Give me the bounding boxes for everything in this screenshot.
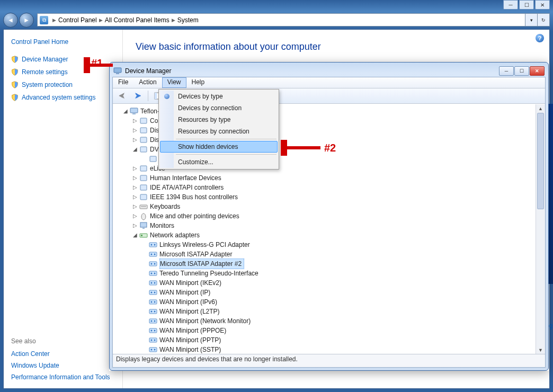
- shield-icon: [11, 81, 19, 89]
- tree-node[interactable]: Teredo Tunneling Pseudo-Interface: [116, 269, 536, 278]
- svg-point-23: [141, 213, 146, 220]
- svg-point-35: [151, 263, 153, 265]
- breadcrumb-dropdown-button[interactable]: ▾: [525, 13, 538, 26]
- nic-icon: [149, 307, 157, 316]
- tree-expander-icon[interactable]: ▷: [132, 192, 138, 202]
- device-manager-link[interactable]: Device Manager: [11, 55, 117, 64]
- tree-expander-icon[interactable]: ◢: [132, 145, 138, 154]
- see-also-windows-update[interactable]: Windows Update: [11, 362, 117, 369]
- dm-close-button[interactable]: ✕: [530, 66, 545, 76]
- svg-rect-31: [149, 252, 157, 256]
- tree-expander-icon[interactable]: ◢: [132, 230, 138, 240]
- scroll-up-arrow-icon[interactable]: ▲: [536, 104, 545, 112]
- nic-icon: [149, 269, 157, 278]
- tree-node-label: WAN Miniport (IPv6): [159, 297, 217, 307]
- sidebar-link-label: Device Manager: [22, 56, 68, 63]
- dm-minimize-button[interactable]: ─: [499, 66, 514, 76]
- tree-expander-icon[interactable]: ▷: [132, 221, 138, 230]
- menu-view[interactable]: View: [162, 77, 186, 88]
- breadcrumb-item[interactable]: System: [177, 16, 199, 24]
- tree-node[interactable]: ▷Mice and other pointing devices: [116, 211, 536, 221]
- tree-node[interactable]: WAN Miniport (PPTP): [116, 335, 536, 345]
- dm-title-text: Device Manager: [125, 67, 499, 75]
- svg-rect-13: [140, 128, 147, 133]
- tree-node[interactable]: ▷Monitors: [116, 221, 536, 230]
- svg-rect-34: [149, 262, 157, 266]
- tree-expander-icon[interactable]: ▷: [132, 164, 138, 173]
- outer-maximize-button[interactable]: ☐: [519, 0, 534, 10]
- breadcrumb-item[interactable]: All Control Panel Items: [105, 16, 170, 24]
- sidebar-link-label: Remote settings: [22, 68, 68, 76]
- tree-expander-icon[interactable]: ▷: [132, 202, 138, 211]
- see-also-action-center[interactable]: Action Center: [11, 350, 117, 358]
- tree-node[interactable]: WAN Miniport (PPPOE): [116, 326, 536, 335]
- tree-node[interactable]: Microsoft ISATAP Adapter #2: [116, 259, 536, 269]
- svg-rect-24: [140, 222, 147, 227]
- tree-node[interactable]: ▷Human Interface Devices: [116, 173, 536, 183]
- dvd-icon: [139, 145, 148, 154]
- shield-icon: [11, 68, 19, 76]
- dropdown-item-label: Devices by type: [178, 93, 223, 100]
- dm-maximize-button[interactable]: ☐: [514, 66, 529, 76]
- view-menu-item[interactable]: Show hidden devices: [160, 141, 278, 153]
- scroll-down-arrow-icon[interactable]: ▼: [536, 346, 545, 354]
- system-protection-link[interactable]: System protection: [11, 81, 117, 89]
- tree-node-label: WAN Miniport (L2TP): [159, 307, 220, 316]
- scroll-thumb[interactable]: [537, 113, 544, 209]
- advanced-system-settings-link[interactable]: Advanced system settings: [11, 93, 117, 102]
- outer-minimize-button[interactable]: ─: [503, 0, 518, 10]
- svg-point-57: [154, 330, 156, 332]
- tree-expander-icon[interactable]: ▷: [132, 211, 138, 221]
- view-menu-item[interactable]: Customize...: [160, 156, 278, 168]
- tree-node-label: Microsoft ISATAP Adapter: [159, 250, 232, 259]
- svg-rect-58: [149, 338, 157, 342]
- tree-node[interactable]: ▷Keyboards: [116, 202, 536, 211]
- nav-back-button[interactable]: ◄: [3, 13, 18, 28]
- breadcrumb-separator-icon: ▶: [172, 17, 175, 23]
- tree-expander-icon[interactable]: ▷: [132, 135, 138, 145]
- tree-node[interactable]: ▷IDE ATA/ATAPI controllers: [116, 183, 536, 192]
- tree-expander-icon[interactable]: ▷: [132, 173, 138, 183]
- svg-point-50: [151, 311, 153, 313]
- tree-node[interactable]: WAN Miniport (L2TP): [116, 307, 536, 316]
- svg-point-62: [151, 349, 153, 351]
- menu-file[interactable]: File: [113, 77, 133, 88]
- breadcrumb-bar[interactable]: ⧉ ▶ Control Panel ▶ All Control Panel It…: [37, 13, 525, 26]
- tree-expander-icon[interactable]: ◢: [122, 106, 129, 116]
- tree-expander-icon[interactable]: ▷: [132, 126, 138, 135]
- toolbar-forward-button[interactable]: ⮞: [131, 90, 145, 102]
- tree-scrollbar[interactable]: ▲ ▼: [536, 104, 545, 354]
- menu-action[interactable]: Action: [133, 77, 162, 88]
- nav-forward-button[interactable]: ►: [19, 13, 34, 28]
- tree-node-label: Monitors: [150, 221, 174, 230]
- tree-node[interactable]: WAN Miniport (Network Monitor): [116, 316, 536, 326]
- tree-expander-icon[interactable]: ▷: [132, 116, 138, 126]
- outer-close-button[interactable]: ✕: [535, 0, 550, 10]
- see-also-performance-info[interactable]: Performance Information and Tools: [11, 373, 117, 381]
- svg-rect-28: [149, 243, 157, 247]
- view-menu-item[interactable]: Devices by connection: [160, 102, 278, 114]
- tree-node[interactable]: WAN Miniport (IP): [116, 288, 536, 297]
- dm-titlebar[interactable]: Device Manager ─ ☐ ✕: [112, 65, 546, 77]
- tree-node-label: WAN Miniport (SSTP): [159, 345, 221, 354]
- svg-rect-5: [155, 93, 157, 99]
- tree-node[interactable]: Microsoft ISATAP Adapter: [116, 250, 536, 259]
- view-menu-item[interactable]: Resources by connection: [160, 126, 278, 137]
- svg-point-51: [154, 311, 156, 313]
- menu-help[interactable]: Help: [186, 77, 210, 88]
- tree-node[interactable]: WAN Miniport (SSTP): [116, 345, 536, 354]
- view-menu-item[interactable]: Resources by type: [160, 114, 278, 126]
- remote-settings-link[interactable]: Remote settings: [11, 68, 117, 76]
- tree-node[interactable]: ◢Network adapters: [116, 230, 536, 240]
- tree-expander-icon[interactable]: ▷: [132, 183, 138, 192]
- help-icon[interactable]: ?: [536, 34, 544, 42]
- tree-node[interactable]: WAN Miniport (IKEv2): [116, 278, 536, 288]
- refresh-button[interactable]: ↻: [537, 13, 550, 26]
- breadcrumb-item[interactable]: Control Panel: [58, 16, 97, 24]
- view-menu-item[interactable]: Devices by type: [160, 91, 278, 102]
- tree-node[interactable]: Linksys Wireless-G PCI Adapter: [116, 240, 536, 250]
- tree-node[interactable]: WAN Miniport (IPv6): [116, 297, 536, 307]
- control-panel-home-link[interactable]: Control Panel Home: [11, 38, 117, 46]
- tree-node[interactable]: ▷IEEE 1394 Bus host controllers: [116, 192, 536, 202]
- toolbar-back-button[interactable]: ⮜: [115, 90, 129, 102]
